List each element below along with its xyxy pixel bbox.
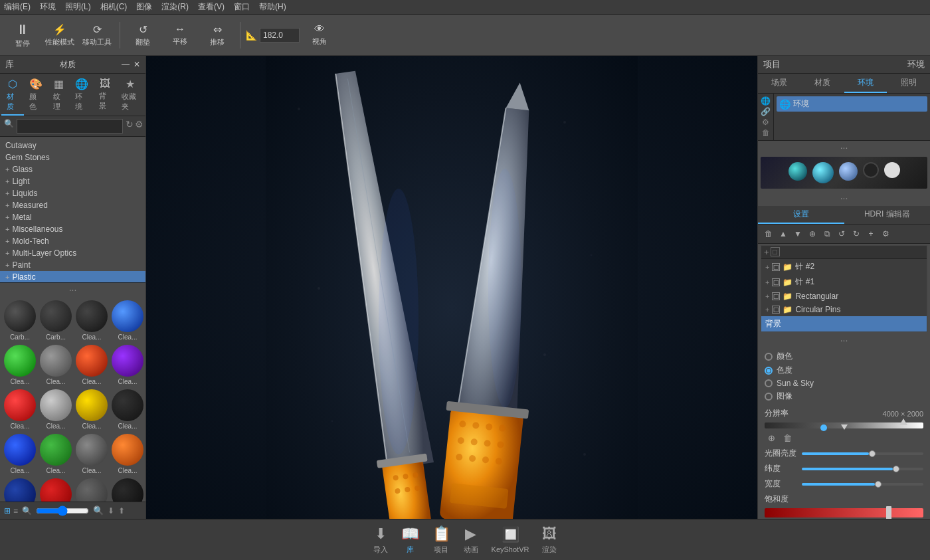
radio-more-button[interactable]: ··· [758, 333, 930, 347]
tree-more-button[interactable]: ··· [0, 283, 145, 296]
layer-item-background[interactable]: 背景 [761, 316, 927, 331]
bottom-library-button[interactable]: 📖 库 [401, 525, 419, 555]
hdri-btn-rotate-right[interactable]: ↻ [850, 227, 863, 240]
mat-item-16[interactable]: Clea... [3, 477, 37, 502]
mat-item-5[interactable]: Clea... [39, 343, 73, 387]
mat-item-15[interactable]: Clea... [110, 432, 145, 476]
tab-environment-right[interactable]: 环境 [844, 74, 887, 93]
fov-input[interactable] [260, 28, 300, 43]
env-more-button[interactable]: ··· [758, 141, 930, 154]
saturation-marker[interactable] [886, 506, 891, 519]
tree-item-paint[interactable]: + Paint [0, 259, 145, 271]
flip-button[interactable]: ↺ 翻垫 [126, 17, 160, 53]
menu-item-window[interactable]: 窗口 [234, 1, 250, 13]
upload-icon[interactable]: ⬆ [118, 506, 125, 515]
menu-item-view[interactable]: 查看(V) [198, 1, 225, 13]
material-search-input[interactable] [17, 119, 123, 134]
pan-button[interactable]: ↔ 平移 [163, 17, 197, 53]
mat-item-7[interactable]: Clea... [110, 343, 145, 387]
tab-materials[interactable]: 材质 [801, 74, 844, 93]
bottom-render-button[interactable]: 🖼 渲染 [542, 525, 557, 555]
mat-item-18[interactable]: Clea... [74, 477, 109, 502]
layer-pin2-checkbox[interactable]: □ [772, 263, 780, 271]
tab-texture[interactable]: ▦ 纹理 [48, 76, 70, 116]
latitude-thumb[interactable] [893, 466, 899, 472]
mat-item-12[interactable]: Clea... [3, 432, 37, 476]
tab-hdri-editor[interactable]: HDRI 编辑器 [844, 206, 931, 224]
hdri-btn-up[interactable]: ▲ [777, 227, 790, 240]
hdri-btn-delete[interactable]: 🗑 [762, 227, 775, 240]
radio-sunsky[interactable]: Sun & Sky [765, 379, 923, 388]
tab-lighting[interactable]: 照明 [887, 74, 930, 93]
tab-scene[interactable]: 场景 [758, 74, 801, 93]
menu-item-image[interactable]: 图像 [136, 1, 152, 13]
mat-item-11[interactable]: Clea... [110, 388, 145, 431]
tab-settings[interactable]: 设置 [758, 206, 844, 224]
menu-item-env[interactable]: 环境 [40, 1, 56, 13]
grid-view-button[interactable]: ⊞ [4, 506, 11, 515]
push-button[interactable]: ⇔ 推移 [200, 17, 234, 53]
download-icon[interactable]: ⬇ [108, 506, 114, 515]
gradient-marker-bottom[interactable] [841, 417, 848, 430]
view-button[interactable]: 👁 视角 [302, 17, 337, 53]
zoom-out-icon[interactable]: 🔍 [22, 506, 32, 515]
brightness-thumb[interactable] [869, 450, 876, 457]
mat-item-19[interactable]: Clea... [110, 477, 145, 502]
radio-color[interactable]: 颜色 [765, 351, 923, 362]
mat-item-0[interactable]: Carb... [3, 299, 37, 342]
tab-background[interactable]: 🖼 背景 [94, 76, 116, 116]
tree-item-light[interactable]: + Light [0, 175, 145, 187]
layer-item-circular[interactable]: + □ 📁 Circular Pins [761, 303, 927, 316]
search-settings-icon[interactable]: ⚙ [135, 119, 143, 134]
mat-item-13[interactable]: Clea... [39, 432, 73, 476]
list-view-button[interactable]: ≡ [13, 506, 18, 515]
move-tool-button[interactable]: ⟳ 移动工具 [80, 17, 114, 53]
bottom-import-button[interactable]: ⬇ 导入 [373, 525, 388, 555]
search-refresh-icon[interactable]: ↻ [126, 119, 134, 134]
hdri-btn-add-circle[interactable]: ⊕ [806, 227, 819, 240]
hdri-btn-rotate-left[interactable]: ↺ [835, 227, 848, 240]
tree-item-multilayer[interactable]: + Multi-Layer Optics [0, 247, 145, 259]
env-icon-2[interactable]: 🔗 [759, 107, 772, 116]
layer-add-plus-icon[interactable]: + [764, 247, 769, 257]
mat-item-2[interactable]: Clea... [74, 299, 109, 342]
bottom-keyshot-vr-button[interactable]: 🔲 KeyShotVR [492, 526, 529, 553]
mat-item-8[interactable]: Clea... [3, 388, 37, 431]
width-thumb[interactable] [875, 481, 882, 488]
tree-item-glass[interactable]: + Glass [0, 163, 145, 175]
pause-button[interactable]: ⏸ 暂停 [5, 17, 40, 53]
mat-item-17[interactable]: Clea... [39, 477, 73, 502]
tab-material[interactable]: ⬡ 材质 [1, 76, 24, 116]
tab-favorites[interactable]: ★ 收藏夹 [116, 76, 144, 116]
tree-item-gemstones[interactable]: Gem Stones [0, 151, 145, 163]
tree-item-moldtech[interactable]: + Mold-Tech [0, 235, 145, 247]
mat-item-4[interactable]: Clea... [3, 343, 37, 387]
layer-circ-checkbox[interactable]: □ [772, 306, 780, 314]
menu-item-camera[interactable]: 相机(C) [100, 1, 128, 13]
menu-item-lighting[interactable]: 照明(L) [65, 1, 91, 13]
menu-item-edit[interactable]: 编辑(E) [4, 1, 31, 13]
env-icon-3[interactable]: ⚙ [759, 118, 772, 127]
mat-item-14[interactable]: Clea... [74, 432, 109, 476]
mat-item-10[interactable]: Clea... [74, 388, 109, 431]
performance-mode-button[interactable]: ⚡ 性能模式 [43, 17, 77, 53]
gradient-marker-blue[interactable] [820, 424, 827, 431]
layer-item-pin2[interactable]: + □ 📁 针 #2 [761, 259, 927, 274]
hdri-btn-add-item[interactable]: + [864, 227, 878, 240]
zoom-in-icon[interactable]: 🔍 [93, 506, 104, 515]
mat-item-9[interactable]: Clea... [39, 388, 73, 431]
tree-item-plastic[interactable]: + Plastic [0, 271, 145, 283]
hdri-btn-settings2[interactable]: ⚙ [879, 227, 892, 240]
zoom-slider[interactable] [36, 506, 89, 516]
tab-color[interactable]: 🎨 颜色 [24, 76, 48, 116]
radio-chroma[interactable]: 色度 [765, 365, 923, 376]
bottom-animation-button[interactable]: ▶ 动画 [464, 525, 478, 555]
tree-item-measured[interactable]: + Measured [0, 199, 145, 211]
tree-item-misc[interactable]: + Miscellaneous [0, 223, 145, 235]
panel-minimize-button[interactable]: — [122, 60, 130, 69]
radio-image[interactable]: 图像 [765, 391, 923, 402]
layer-pin1-checkbox[interactable]: □ [772, 278, 780, 286]
hdri-btn-down[interactable]: ▼ [791, 227, 804, 240]
hdri-btn-copy[interactable]: ⧉ [820, 227, 834, 240]
gradient-delete-icon[interactable]: 🗑 [781, 431, 794, 444]
